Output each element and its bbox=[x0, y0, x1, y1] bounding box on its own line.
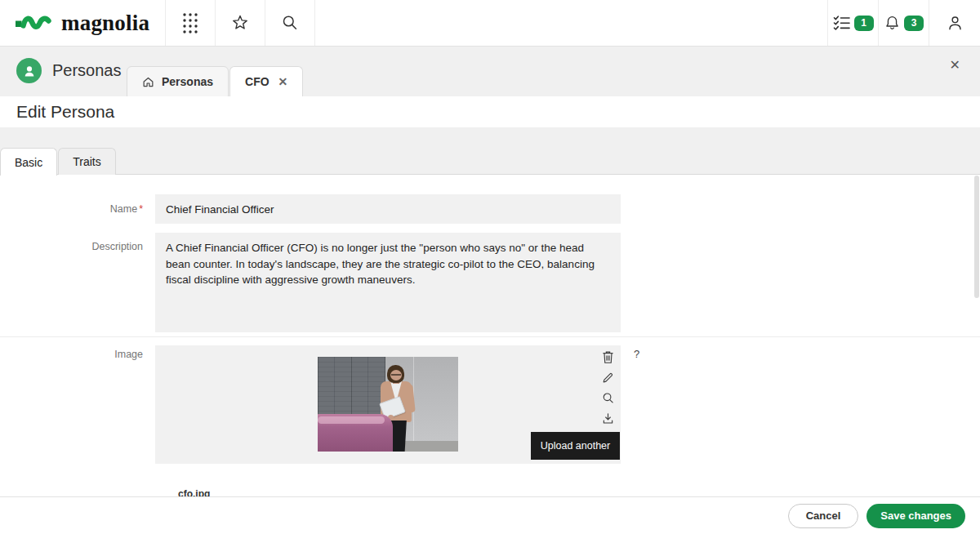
persona-photo-preview[interactable] bbox=[318, 357, 458, 452]
magnolia-squiggle-icon bbox=[15, 11, 54, 35]
vertical-scrollbar-thumb[interactable] bbox=[974, 176, 979, 298]
name-field-label: Name* bbox=[16, 203, 143, 215]
save-changes-button[interactable]: Save changes bbox=[866, 504, 965, 528]
cancel-button[interactable]: Cancel bbox=[788, 504, 859, 528]
notifications-count-badge: 3 bbox=[904, 16, 924, 31]
app-launcher-button[interactable] bbox=[165, 0, 215, 46]
upload-another-button[interactable]: Upload another bbox=[531, 432, 620, 460]
pencil-icon bbox=[602, 372, 614, 384]
tasks-checklist-icon bbox=[833, 15, 851, 31]
app-identity: Personas bbox=[16, 58, 122, 83]
brand-wordmark: magnolia bbox=[61, 11, 149, 36]
personas-app-icon bbox=[16, 58, 42, 83]
tab-cfo[interactable]: CFO ✕ bbox=[229, 66, 303, 97]
star-icon bbox=[230, 13, 250, 33]
tab-close-icon[interactable]: ✕ bbox=[278, 75, 288, 88]
field-help-icon[interactable]: ? bbox=[634, 348, 639, 360]
bell-icon bbox=[884, 14, 901, 32]
account-button[interactable] bbox=[929, 0, 980, 46]
tab-label: Personas bbox=[162, 75, 213, 88]
magnolia-logo[interactable]: magnolia bbox=[0, 0, 165, 46]
field-separator bbox=[0, 336, 980, 337]
tasks-button[interactable]: 1 bbox=[827, 0, 878, 46]
download-image-button[interactable] bbox=[601, 412, 614, 425]
search-icon bbox=[281, 14, 299, 32]
tab-personas-browser[interactable]: Personas bbox=[127, 66, 229, 97]
description-field-label: Description bbox=[16, 241, 143, 252]
image-toolbar bbox=[601, 350, 614, 425]
download-icon bbox=[602, 412, 614, 425]
figure-glasses bbox=[391, 374, 401, 376]
edit-persona-form: Name* Description A Chief Financial Offi… bbox=[0, 175, 980, 496]
required-asterisk: * bbox=[139, 203, 143, 215]
user-icon bbox=[946, 14, 964, 33]
app-header: Personas Personas CFO ✕ ✕ bbox=[0, 47, 980, 97]
tasks-count-badge: 1 bbox=[854, 16, 874, 31]
notifications-button[interactable]: 3 bbox=[878, 0, 929, 46]
magnifier-icon bbox=[602, 392, 614, 404]
tab-traits[interactable]: Traits bbox=[58, 148, 115, 175]
dialog-footer: Cancel Save changes bbox=[0, 496, 980, 534]
magnolia-app-window: magnolia bbox=[0, 0, 980, 534]
name-input[interactable] bbox=[155, 194, 621, 224]
image-upload-panel: Upload another bbox=[155, 345, 621, 464]
edit-image-button[interactable] bbox=[601, 371, 614, 384]
tab-label: CFO bbox=[245, 75, 270, 88]
favorites-button[interactable] bbox=[215, 0, 265, 46]
dialog-title: Edit Persona bbox=[16, 102, 114, 122]
top-bar: magnolia bbox=[0, 0, 980, 47]
app-tab-bar: Personas CFO ✕ bbox=[127, 66, 304, 97]
description-textarea[interactable]: A Chief Financial Officer (CFO) is no lo… bbox=[155, 233, 621, 332]
close-app-icon[interactable]: ✕ bbox=[945, 56, 965, 73]
image-field-label: Image bbox=[16, 349, 143, 360]
home-icon bbox=[142, 76, 154, 88]
tab-basic[interactable]: Basic bbox=[0, 148, 57, 176]
zoom-image-button[interactable] bbox=[601, 391, 614, 404]
photo-pink-sofa bbox=[318, 414, 393, 452]
dialog-tab-strip-background bbox=[0, 127, 980, 175]
apps-grid-icon bbox=[182, 12, 198, 33]
search-button[interactable] bbox=[265, 0, 315, 46]
app-title: Personas bbox=[52, 61, 122, 80]
delete-image-button[interactable] bbox=[601, 350, 614, 363]
trash-icon bbox=[602, 350, 614, 364]
topbar-spacer bbox=[315, 0, 827, 46]
dialog-title-bar: Edit Persona bbox=[0, 96, 980, 127]
dialog-tab-bar: Basic Traits bbox=[0, 148, 117, 175]
